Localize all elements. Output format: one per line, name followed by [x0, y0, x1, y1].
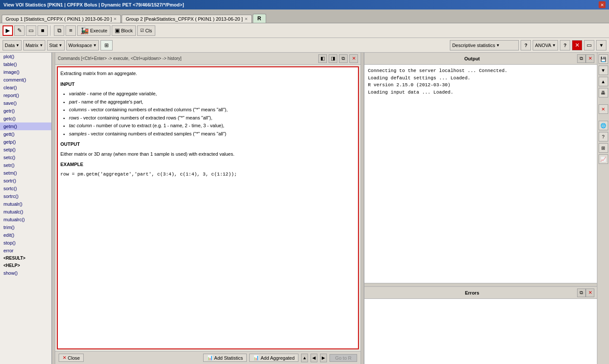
func-item[interactable]: gett()	[0, 130, 51, 138]
vertical-splitter[interactable]	[52, 53, 55, 364]
execute-button[interactable]: 🚂 Execute	[77, 25, 110, 36]
align-left-button[interactable]: ◧	[318, 54, 327, 63]
tab-bar: Group 1 [Statistics_CPFPX ( PKIN1 ) 2013…	[0, 9, 609, 23]
func-item[interactable]: save()	[0, 99, 51, 107]
chevron-down-toolbar-button[interactable]: ▾	[596, 40, 606, 50]
func-item[interactable]: mutualc()	[0, 208, 51, 216]
help-input-list: variable - name of the aggregate variabl…	[60, 90, 355, 137]
add-aggregated-button[interactable]: 📊 Add Aggregated	[249, 354, 298, 362]
edit-button[interactable]: ✎	[14, 25, 25, 36]
output-close-button[interactable]: ✕	[586, 54, 594, 63]
func-item[interactable]: <HELP>	[0, 262, 51, 269]
cls-button[interactable]: ☑ Cls	[137, 25, 155, 36]
tab-group1[interactable]: Group 1 [Statistics_CPFPX ( PKIN1 ) 2013…	[2, 15, 121, 23]
nav-right-arrow[interactable]: ▶	[320, 354, 327, 362]
nav-up-arrow[interactable]: ▲	[301, 354, 308, 362]
errors-title: Errors	[367, 290, 577, 295]
help-output-section: OUTPUT	[60, 141, 355, 148]
run-button[interactable]: ▶	[3, 25, 13, 36]
workspace-dropdown[interactable]: Workspace ▼	[66, 40, 99, 50]
help-desc-button[interactable]: ?	[521, 40, 531, 50]
func-item[interactable]: getm()	[0, 122, 51, 130]
func-item[interactable]: getp()	[0, 138, 51, 146]
chart-icon[interactable]: 📈	[599, 154, 608, 164]
func-item[interactable]: getc()	[0, 115, 51, 122]
table-view-icon[interactable]: ⊞	[599, 143, 608, 153]
print-icon[interactable]: 🖶	[599, 88, 608, 97]
tab-r[interactable]: R	[253, 14, 266, 23]
nav-left-arrow[interactable]: ◀	[311, 354, 317, 362]
scroll-down-icon[interactable]: ▼	[599, 66, 608, 75]
func-item[interactable]: image()	[0, 68, 51, 76]
func-item[interactable]: stop()	[0, 239, 51, 247]
help-list-item: tac column - number of curve to extract …	[69, 122, 355, 129]
output-scroll-indicator	[364, 283, 597, 286]
title-bar: View VOI Statistics [PKIN1 | CPFPX Bolus…	[0, 0, 609, 9]
func-item[interactable]: mutualr()	[0, 200, 51, 208]
copy-button[interactable]: ⧉	[54, 25, 64, 36]
vertical-splitter2[interactable]	[361, 53, 364, 364]
scroll-up-icon[interactable]: ▲	[599, 77, 608, 86]
block-button[interactable]: ▣ Block	[112, 25, 136, 36]
func-item[interactable]: <RESULT>	[0, 254, 51, 262]
help-list-item: columns - vector containing numbers of e…	[69, 106, 355, 113]
func-item[interactable]: table()	[0, 60, 51, 68]
window-button[interactable]: ▭	[26, 25, 36, 36]
func-item[interactable]: error	[0, 247, 51, 254]
help-list-item: samples - vector containing numbers of e…	[69, 130, 355, 138]
output-header: Output ⧉ ✕	[364, 53, 597, 65]
func-item[interactable]: sortr()	[0, 177, 51, 185]
anova-dropdown[interactable]: ANOVA ▼	[533, 40, 558, 50]
add-statistics-button[interactable]: 📊 Add Statistics	[203, 354, 247, 362]
close-button[interactable]: ✕ Close	[59, 354, 84, 362]
help-anova-button[interactable]: ?	[560, 40, 570, 50]
descriptive-stat-dropdown[interactable]: Descriptive statistics ▼	[450, 40, 519, 50]
list-button[interactable]: ≡	[66, 25, 76, 36]
data-dropdown-arrow: ▼	[16, 43, 19, 47]
func-item[interactable]: plot()	[0, 53, 51, 60]
close-cmd-button[interactable]: ✕	[349, 54, 358, 63]
close-window-button[interactable]: ✕	[599, 1, 606, 8]
data-dropdown[interactable]: Data ▼	[3, 40, 22, 50]
func-item[interactable]: report()	[0, 91, 51, 99]
func-item[interactable]: clear()	[0, 84, 51, 91]
func-item[interactable]: trim()	[0, 223, 51, 231]
errors-copy-button[interactable]: ⧉	[577, 289, 586, 297]
desc-stat-dropdown-arrow: ▼	[496, 43, 500, 47]
save-file-icon[interactable]: 💾	[599, 54, 608, 64]
copy-cmd-button[interactable]: ⧉	[339, 54, 348, 63]
func-item[interactable]: setr()	[0, 161, 51, 169]
network-icon[interactable]: 🌐	[599, 121, 608, 130]
func-item[interactable]: setm()	[0, 169, 51, 177]
close-x-icon: ✕	[63, 355, 66, 361]
func-item[interactable]: getr()	[0, 107, 51, 115]
goto-r-button[interactable]: Go to R	[330, 354, 357, 362]
close-red-button[interactable]: ✕	[572, 40, 582, 50]
align-right-button[interactable]: ◨	[329, 54, 337, 63]
stat-dropdown[interactable]: Stat ▼	[47, 40, 65, 50]
help-example-section: EXAMPLE	[60, 161, 355, 168]
tab-group2-close[interactable]: ✕	[245, 17, 248, 21]
panel-button[interactable]: ▭	[584, 40, 594, 50]
output-copy-button[interactable]: ⧉	[577, 54, 586, 63]
func-item[interactable]: show()	[0, 269, 51, 277]
error-icon[interactable]: ✕	[599, 104, 608, 114]
matrix-dropdown[interactable]: Matrix ▼	[23, 40, 45, 50]
grid-view-button[interactable]: ⊞	[100, 40, 113, 50]
add-stat-icon: 📊	[207, 355, 213, 361]
tab-group2[interactable]: Group 2 [PeakStatistics_CPFPX ( PKIN1 ) …	[122, 15, 251, 23]
tab-group1-close[interactable]: ✕	[113, 17, 117, 21]
output-title: Output	[367, 56, 577, 61]
matrix-dropdown-arrow: ▼	[39, 43, 43, 47]
func-item[interactable]: setc()	[0, 154, 51, 161]
func-item[interactable]: setp()	[0, 146, 51, 154]
func-item[interactable]: mutualrc()	[0, 216, 51, 223]
func-item[interactable]: edit()	[0, 231, 51, 239]
stop-button[interactable]: ■	[38, 25, 48, 36]
func-item[interactable]: sortrc()	[0, 192, 51, 200]
bottom-right-actions: 📊 Add Statistics 📊 Add Aggregated ▲ ◀ ▶ …	[203, 354, 357, 362]
help-icon[interactable]: ?	[599, 132, 608, 141]
errors-close-button[interactable]: ✕	[586, 289, 594, 297]
func-item[interactable]: comment()	[0, 76, 51, 84]
func-item[interactable]: sortc()	[0, 185, 51, 192]
